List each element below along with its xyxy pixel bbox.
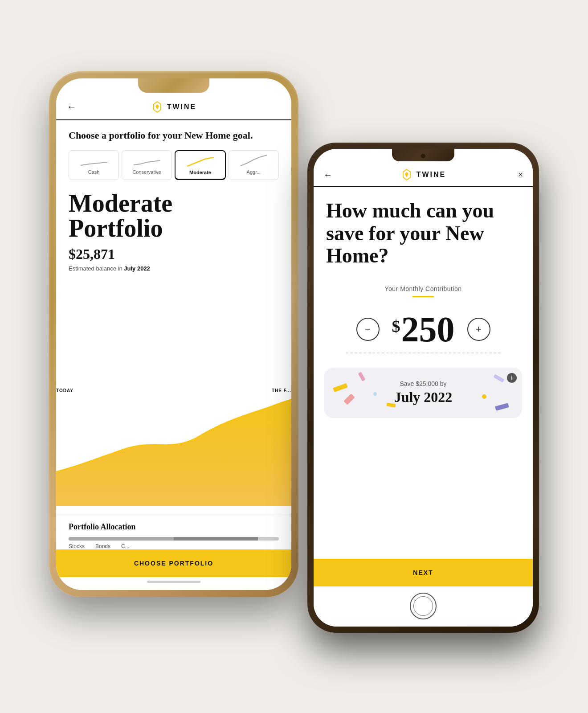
bar-bonds — [174, 537, 258, 541]
bar-cash — [258, 537, 279, 541]
home-indicator-left — [56, 577, 291, 590]
tab-conservative-label: Conservative — [132, 169, 161, 175]
home-button[interactable] — [410, 593, 437, 619]
chart-labels: TODAY THE F... — [56, 388, 291, 393]
logo-right: TWINE — [400, 168, 446, 181]
wave-chart: TODAY THE F... — [56, 388, 291, 513]
screen-left: ← TWINE Choose a portfolio for your New … — [56, 93, 291, 590]
chart-label-right: THE F... — [272, 388, 291, 393]
phone-right: ← TWINE × How much can you save for y — [307, 143, 539, 633]
cta-right[interactable]: NEXT — [314, 559, 533, 586]
confetti-6 — [373, 392, 377, 396]
contribution-label: Your Monthly Contribution — [326, 285, 520, 292]
close-button-right[interactable]: × — [518, 170, 523, 180]
portfolio-value: $25,871 — [69, 246, 279, 262]
wave-svg — [56, 395, 291, 506]
home-button-inner — [413, 596, 433, 616]
phone-left-screen-container: ← TWINE Choose a portfolio for your New … — [56, 78, 291, 590]
allocation-section: Portfolio Allocation Stocks Bonds C... — [56, 515, 291, 549]
notch-right — [392, 149, 454, 161]
tab-aggressive[interactable]: Aggr... — [229, 150, 279, 180]
tab-moderate[interactable]: Moderate — [175, 150, 226, 180]
allocation-title: Portfolio Allocation — [69, 522, 279, 532]
notch-left — [138, 78, 209, 93]
phone-left: ← TWINE Choose a portfolio for your New … — [49, 71, 298, 597]
portfolio-name: Moderate Portfolio — [69, 191, 279, 241]
tab-cash[interactable]: Cash — [69, 150, 119, 180]
portfolio-main: Moderate Portfolio $25,871 Estimated bal… — [69, 191, 279, 272]
save-title: How much can you save for your New Home? — [326, 200, 520, 267]
cta-left[interactable]: CHOOSE PORTFOLIO — [56, 549, 291, 577]
portfolio-tabs[interactable]: Cash Conservative Moderate — [69, 150, 279, 180]
save-card-label: Save $25,000 by — [335, 380, 511, 387]
header-right: ← TWINE × — [314, 161, 533, 187]
home-button-area — [314, 586, 533, 627]
scene: ← TWINE Choose a portfolio for your New … — [49, 45, 539, 668]
cta-right-label: NEXT — [413, 569, 433, 576]
decrement-button[interactable]: − — [356, 318, 380, 341]
cta-left-label: CHOOSE PORTFOLIO — [134, 560, 213, 567]
amount-display: $ 250 — [392, 311, 455, 347]
content-right: How much can you save for your New Home?… — [314, 187, 533, 559]
allocation-bars — [69, 537, 279, 541]
back-button-left[interactable]: ← — [67, 101, 77, 113]
bar-labels: Stocks Bonds C... — [69, 543, 279, 549]
portfolio-subtitle: Estimated balance in July 2022 — [69, 265, 279, 272]
bar-stocks — [69, 537, 174, 541]
choose-title: Choose a portfolio for your New Home goa… — [69, 129, 279, 142]
tab-cash-label: Cash — [88, 169, 100, 175]
amount-value: 250 — [401, 311, 455, 347]
confetti-5 — [482, 394, 486, 399]
header-left: ← TWINE — [56, 93, 291, 120]
contribution-underline — [412, 296, 434, 297]
twine-logo-icon — [151, 101, 163, 113]
celebration-card: i Save $25,000 by July 2022 — [324, 368, 522, 418]
back-button-right[interactable]: ← — [323, 170, 332, 180]
amount-dashed-line — [346, 352, 501, 353]
camera-dot — [421, 154, 425, 158]
logo-left: TWINE — [151, 101, 197, 113]
bar-label-bonds: Bonds — [95, 543, 110, 549]
twine-logo-icon-right — [400, 168, 413, 181]
tab-aggressive-label: Aggr... — [247, 169, 261, 175]
amount-dollar-sign: $ — [392, 318, 400, 335]
logo-text-right: TWINE — [416, 171, 446, 179]
increment-button[interactable]: + — [467, 318, 490, 341]
content-left: Choose a portfolio for your New Home goa… — [56, 120, 291, 388]
screen-right: ← TWINE × How much can you save for y — [314, 161, 533, 627]
bar-label-stocks: Stocks — [69, 543, 85, 549]
amount-row: − $ 250 + — [326, 311, 520, 347]
phone-right-screen-container: ← TWINE × How much can you save for y — [314, 149, 533, 627]
bar-label-cash: C... — [121, 543, 130, 549]
tab-conservative[interactable]: Conservative — [122, 150, 172, 180]
chart-label-left: TODAY — [56, 388, 74, 393]
info-icon[interactable]: i — [507, 373, 517, 383]
logo-text-left: TWINE — [167, 103, 197, 111]
tab-moderate-label: Moderate — [189, 170, 211, 175]
